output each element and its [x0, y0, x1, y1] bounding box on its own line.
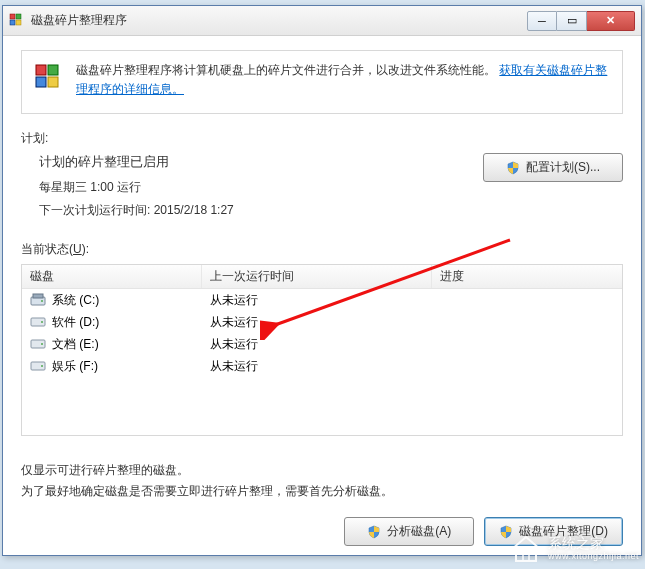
defrag-icon	[34, 63, 66, 95]
table-row[interactable]: 软件 (D:) 从未运行	[22, 311, 622, 333]
titlebar: 磁盘碎片整理程序 ─ ▭ ✕	[3, 6, 641, 36]
svg-rect-9	[33, 294, 43, 298]
hdd-icon	[30, 359, 46, 373]
svg-rect-7	[48, 77, 58, 87]
window-controls: ─ ▭ ✕	[527, 11, 635, 31]
svg-point-16	[41, 365, 43, 367]
schedule-section: 计划的碎片整理已启用 每星期三 1:00 运行 下一次计划运行时间: 2015/…	[21, 153, 623, 225]
hdd-icon	[30, 337, 46, 351]
info-description: 磁盘碎片整理程序将计算机硬盘上的碎片文件进行合并，以改进文件系统性能。	[76, 63, 496, 77]
app-icon	[9, 13, 25, 29]
svg-rect-5	[48, 65, 58, 75]
table-row[interactable]: 系统 (C:) 从未运行	[22, 289, 622, 311]
svg-point-12	[41, 321, 43, 323]
svg-rect-4	[36, 65, 46, 75]
col-header-progress[interactable]: 进度	[432, 265, 622, 288]
hint-line2: 为了最好地确定磁盘是否需要立即进行碎片整理，需要首先分析磁盘。	[21, 481, 623, 501]
last-run: 从未运行	[210, 314, 258, 331]
info-panel: 磁盘碎片整理程序将计算机硬盘上的碎片文件进行合并，以改进文件系统性能。 获取有关…	[21, 50, 623, 114]
window-title: 磁盘碎片整理程序	[31, 12, 527, 29]
svg-rect-3	[16, 20, 21, 25]
hint-line1: 仅显示可进行碎片整理的磁盘。	[21, 460, 623, 480]
maximize-button[interactable]: ▭	[557, 11, 587, 31]
shield-icon	[367, 525, 381, 539]
schedule-title: 计划的碎片整理已启用	[39, 153, 234, 171]
info-text: 磁盘碎片整理程序将计算机硬盘上的碎片文件进行合并，以改进文件系统性能。 获取有关…	[76, 61, 610, 99]
configure-schedule-button[interactable]: 配置计划(S)...	[483, 153, 623, 182]
analyze-button-label: 分析磁盘(A)	[387, 523, 451, 540]
svg-point-10	[41, 300, 43, 302]
svg-rect-2	[10, 20, 15, 25]
watermark: 系统之家 www.xitongzhijia.net	[510, 535, 639, 563]
svg-rect-1	[16, 14, 21, 19]
close-button[interactable]: ✕	[587, 11, 635, 31]
defrag-window: 磁盘碎片整理程序 ─ ▭ ✕ 磁盘碎片整理程序将计算机硬盘上的碎片文件进行合并，…	[2, 5, 642, 556]
last-run: 从未运行	[210, 336, 258, 353]
content-area: 磁盘碎片整理程序将计算机硬盘上的碎片文件进行合并，以改进文件系统性能。 获取有关…	[3, 36, 641, 562]
last-run: 从未运行	[210, 358, 258, 375]
table-row[interactable]: 娱乐 (F:) 从未运行	[22, 355, 622, 377]
svg-point-14	[41, 343, 43, 345]
system-disk-icon	[30, 293, 46, 307]
disk-table: 磁盘 上一次运行时间 进度 系统 (C:) 从未运行 软件 (D:)	[21, 264, 623, 436]
watermark-name: 系统之家	[548, 536, 639, 551]
table-body: 系统 (C:) 从未运行 软件 (D:) 从未运行 文档	[22, 289, 622, 377]
house-icon	[510, 535, 542, 563]
minimize-button[interactable]: ─	[527, 11, 557, 31]
disk-name: 文档 (E:)	[52, 336, 99, 353]
table-header: 磁盘 上一次运行时间 进度	[22, 265, 622, 289]
configure-button-label: 配置计划(S)...	[526, 159, 600, 176]
schedule-next-run: 下一次计划运行时间: 2015/2/18 1:27	[39, 202, 234, 219]
hdd-icon	[30, 315, 46, 329]
col-header-disk[interactable]: 磁盘	[22, 265, 202, 288]
disk-name: 娱乐 (F:)	[52, 358, 98, 375]
watermark-url: www.xitongzhijia.net	[548, 552, 639, 562]
svg-rect-6	[36, 77, 46, 87]
schedule-frequency: 每星期三 1:00 运行	[39, 179, 234, 196]
disk-name: 系统 (C:)	[52, 292, 99, 309]
analyze-disk-button[interactable]: 分析磁盘(A)	[344, 517, 474, 546]
svg-rect-18	[523, 553, 529, 561]
schedule-info: 计划的碎片整理已启用 每星期三 1:00 运行 下一次计划运行时间: 2015/…	[21, 153, 234, 225]
svg-rect-0	[10, 14, 15, 19]
shield-icon	[506, 161, 520, 175]
col-header-last-run[interactable]: 上一次运行时间	[202, 265, 432, 288]
schedule-label: 计划:	[21, 130, 623, 147]
last-run: 从未运行	[210, 292, 258, 309]
hint-text: 仅显示可进行碎片整理的磁盘。 为了最好地确定磁盘是否需要立即进行碎片整理，需要首…	[21, 460, 623, 501]
disk-name: 软件 (D:)	[52, 314, 99, 331]
table-row[interactable]: 文档 (E:) 从未运行	[22, 333, 622, 355]
status-label: 当前状态(U):	[21, 241, 623, 258]
